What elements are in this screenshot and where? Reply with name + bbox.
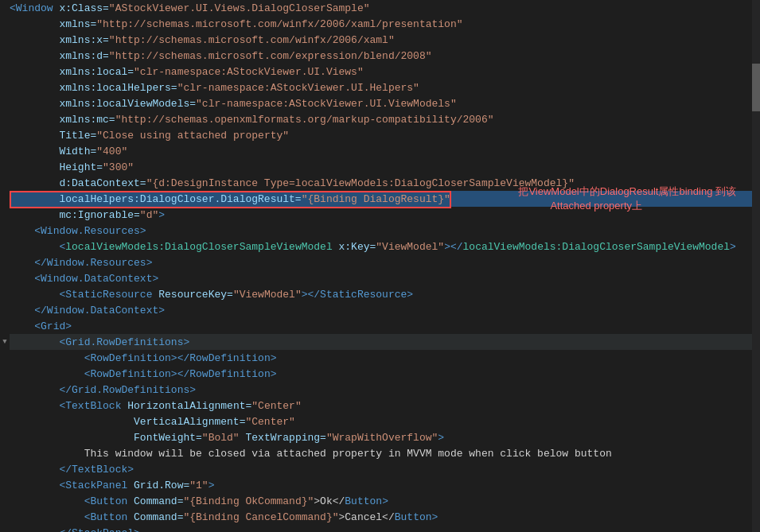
code-line-32: <Button Command="{Binding OkCommand}">Ok… [10,493,760,509]
code-line-34: </StackPanel> [10,525,760,532]
code-line-5: xmlns:local="clr-namespace:AStockViewer.… [10,64,760,80]
code-line-1: <Window x:Class="AStockViewer.UI.Views.D… [10,0,760,16]
code-line-27: VerticalAlignment="Center" [10,414,760,429]
code-line-17: </Window.Resources> [10,254,760,270]
code-line-8: xmlns:mc="http://schemas.openxmlformats.… [10,111,760,127]
code-editor: <Window x:Class="AStockViewer.UI.Views.D… [0,0,760,532]
code-line-9: Title="Close using attached property" [10,127,760,143]
code-line-23: <RowDefinition></RowDefinition> [10,350,760,366]
code-line-11: Height="300" [10,159,760,175]
code-line-6: xmlns:localHelpers="clr-namespace:AStock… [10,80,760,95]
code-line-2: xmlns="http://schemas.microsoft.com/winf… [10,16,760,32]
code-line-24: <RowDefinition></RowDefinition> [10,366,760,382]
code-line-25: </Grid.RowDefinitions> [10,382,760,398]
code-line-15: <Window.Resources> [10,223,760,239]
code-line-14: mc:Ignorable="d"> [10,207,760,223]
code-line-22: <Grid.RowDefinitions> [10,334,760,350]
code-line-30: </TextBlock> [10,461,760,477]
code-line-19: <StaticResource ResourceKey="ViewModel">… [10,286,760,302]
code-line-16: <localViewModels:DialogCloserSampleViewM… [10,239,760,254]
code-line-20: </Window.DataContext> [10,302,760,318]
code-line-13: localHelpers:DialogCloser.DialogResult="… [10,191,760,207]
code-line-10: Width="400" [10,143,760,159]
code-line-18: <Window.DataContext> [10,270,760,286]
scrollbar-thumb[interactable] [752,64,760,111]
code-line-26: <TextBlock HorizontalAlignment="Center" [10,398,760,414]
code-line-28: FontWeight="Bold" TextWrapping="WrapWith… [10,429,760,445]
code-line-7: xmlns:localViewModels="clr-namespace:ASt… [10,95,760,111]
code-line-21: <Grid> [10,318,760,334]
vertical-scrollbar[interactable] [752,0,760,532]
code-line-31: <StackPanel Grid.Row="1"> [10,477,760,493]
code-line-3: xmlns:x="http://schemas.microsoft.com/wi… [10,32,760,48]
left-indicator-collapse: ▼ [0,334,10,350]
code-line-4: xmlns:d="http://schemas.microsoft.com/ex… [10,48,760,64]
code-line-29: This window will be closed via attached … [10,445,760,461]
code-line-33: <Button Command="{Binding CancelCommand}… [10,509,760,525]
code-line-12: d:DataContext="{d:DesignInstance Type=lo… [10,175,760,191]
